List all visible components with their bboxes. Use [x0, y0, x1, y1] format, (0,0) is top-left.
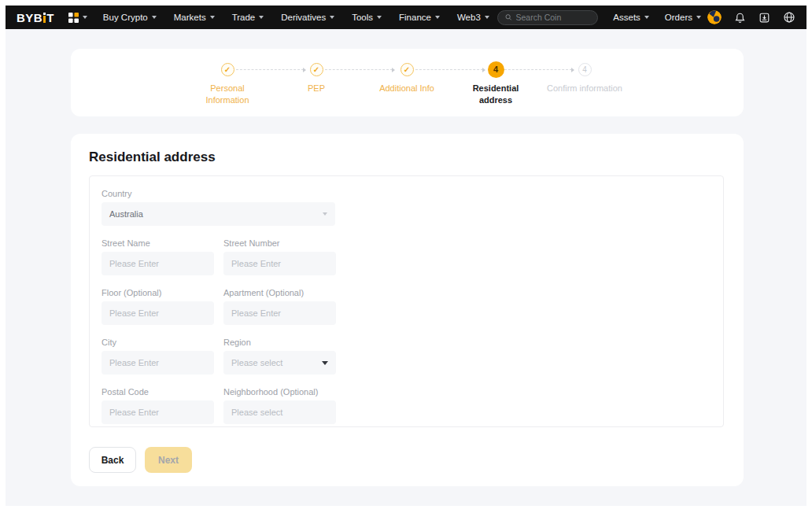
download-app-button[interactable] [758, 12, 770, 24]
bell-icon [734, 12, 746, 24]
neighborhood-placeholder: Please select [231, 408, 282, 417]
street-name-label: Street Name [102, 238, 214, 248]
street-name-field-group: Street Name [102, 238, 214, 275]
step-personal-information: ✓ Personal Information [188, 61, 267, 106]
step-number-badge: 4 [578, 63, 592, 76]
chevron-down-icon [83, 16, 87, 19]
step-check-icon: ✓ [400, 63, 414, 76]
postal-neighborhood-row: Postal Code Neighborhood (Optional) Plea… [102, 387, 723, 424]
residential-address-card: Residential address Country Australia St… [71, 134, 744, 486]
apps-grid-menu[interactable] [68, 13, 87, 23]
nav-assets[interactable]: Assets [613, 13, 649, 22]
logo-text-right: T [46, 11, 54, 24]
floor-label: Floor (Optional) [102, 288, 214, 297]
page-title: Residential address [89, 149, 216, 165]
chevron-down-icon [435, 16, 440, 19]
chevron-down-icon [696, 16, 701, 19]
chevron-down-icon [322, 361, 328, 365]
street-number-field-group: Street Number [223, 238, 336, 275]
country-select[interactable]: Australia [102, 202, 335, 226]
user-avatar[interactable] [707, 10, 722, 24]
postal-code-label: Postal Code [102, 387, 214, 397]
avatar-icon [707, 10, 722, 24]
step-label: Additional Info [367, 83, 446, 94]
step-residential-address: 4 Residential address [456, 61, 535, 106]
logo-i-mark [43, 13, 46, 23]
chevron-down-icon [485, 16, 489, 19]
step-number-badge: 4 [488, 61, 504, 78]
apartment-field-group: Apartment (Optional) [223, 288, 336, 325]
nav-tools[interactable]: Tools [352, 13, 382, 22]
step-confirm-information: 4 Confirm information [545, 61, 624, 94]
city-label: City [102, 338, 214, 347]
address-form-panel: Country Australia Street Name Street Num… [89, 175, 724, 427]
nav-buy-crypto[interactable]: Buy Crypto [103, 13, 157, 22]
logo-text-left: BYB [17, 11, 42, 24]
country-value: Australia [109, 209, 143, 219]
street-number-input[interactable] [223, 252, 336, 275]
nav-derivatives[interactable]: Derivatives [281, 13, 334, 22]
city-region-row: City Region Please select [102, 338, 723, 375]
nav-finance[interactable]: Finance [399, 13, 440, 22]
bybit-logo[interactable]: BYB T [17, 11, 54, 24]
region-label: Region [223, 338, 336, 347]
browser-viewport: BYB T Buy Crypto Markets Trade Derivativ… [6, 6, 806, 506]
apartment-input[interactable] [223, 301, 336, 325]
next-button[interactable]: Next [145, 447, 192, 473]
postal-code-input[interactable] [102, 400, 214, 424]
nav-markets[interactable]: Markets [174, 13, 215, 22]
region-select[interactable]: Please select [223, 351, 336, 375]
nav-right-group: Assets Orders [613, 10, 795, 24]
chevron-down-icon [259, 16, 264, 19]
kyc-stepper: ✓ Personal Information ✓ PEP ✓ Additiona… [71, 49, 744, 116]
nav-trade[interactable]: Trade [232, 13, 264, 22]
chevron-down-icon [323, 212, 327, 216]
top-nav: BYB T Buy Crypto Markets Trade Derivativ… [6, 6, 806, 29]
download-icon [758, 12, 770, 24]
apartment-label: Apartment (Optional) [223, 288, 336, 297]
neighborhood-label: Neighborhood (Optional) [223, 387, 336, 397]
neighborhood-field-group: Neighborhood (Optional) Please select [223, 387, 336, 424]
step-label: Confirm information [545, 83, 624, 94]
nav-web3[interactable]: Web3 [457, 13, 489, 22]
floor-field-group: Floor (Optional) [102, 288, 214, 325]
step-check-icon: ✓ [310, 63, 323, 76]
region-placeholder: Please select [231, 358, 282, 367]
chevron-down-icon [210, 16, 215, 19]
back-button[interactable]: Back [89, 447, 136, 473]
language-button[interactable] [783, 11, 795, 24]
page-content: ✓ Personal Information ✓ PEP ✓ Additiona… [6, 29, 806, 506]
street-name-input[interactable] [102, 252, 214, 275]
search-coin-box[interactable] [497, 10, 598, 25]
nav-orders[interactable]: Orders [665, 13, 701, 22]
notifications-button[interactable] [734, 12, 746, 24]
chevron-down-icon [330, 16, 334, 19]
step-pep: ✓ PEP [277, 61, 356, 94]
search-input[interactable] [516, 13, 590, 22]
street-number-label: Street Number [223, 238, 336, 248]
country-field-group: Country Australia [102, 189, 723, 226]
postal-code-field-group: Postal Code [102, 387, 214, 424]
floor-input[interactable] [102, 301, 214, 325]
street-row: Street Name Street Number [102, 238, 723, 275]
city-field-group: City [102, 338, 214, 375]
chevron-down-icon [152, 16, 157, 19]
step-additional-info: ✓ Additional Info [367, 61, 446, 94]
neighborhood-select[interactable]: Please select [223, 400, 336, 424]
chevron-down-icon [644, 16, 649, 19]
chevron-down-icon [377, 16, 382, 19]
country-label: Country [102, 189, 723, 198]
city-input[interactable] [102, 351, 214, 375]
step-label: Personal Information [188, 83, 267, 106]
globe-icon [783, 11, 795, 24]
search-icon [505, 13, 512, 21]
region-field-group: Region Please select [223, 338, 336, 375]
step-check-icon: ✓ [221, 63, 234, 76]
floor-apartment-row: Floor (Optional) Apartment (Optional) [102, 288, 723, 325]
step-label: PEP [277, 83, 356, 94]
apps-grid-icon [68, 13, 79, 23]
step-label: Residential address [456, 83, 535, 106]
